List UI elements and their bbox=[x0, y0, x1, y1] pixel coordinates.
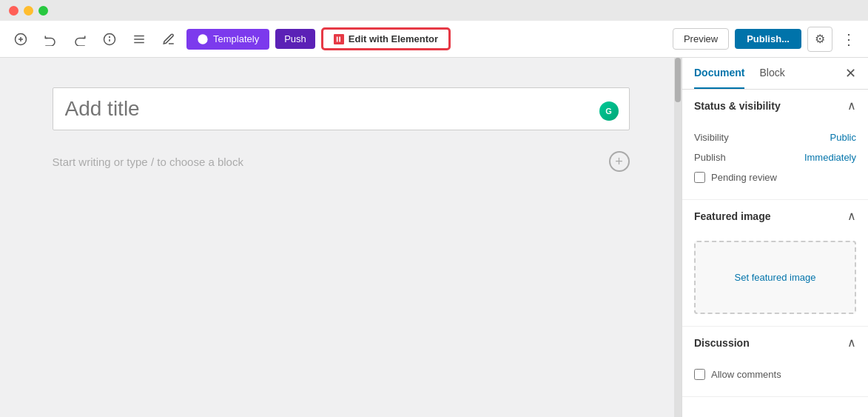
pending-review-checkbox[interactable] bbox=[694, 172, 705, 183]
pending-review-label[interactable]: Pending review bbox=[711, 172, 777, 183]
settings-button[interactable]: ⚙ bbox=[807, 27, 832, 52]
scrollbar-thumb[interactable] bbox=[675, 58, 681, 102]
sidebar-close-button[interactable]: ✕ bbox=[845, 65, 856, 81]
content-placeholder: Start writing or type / to choose a bloc… bbox=[53, 156, 243, 168]
info-button[interactable] bbox=[98, 27, 121, 51]
title-block: G bbox=[53, 87, 630, 130]
toolbar-left: Templately Push Edit with Elementor bbox=[9, 27, 667, 51]
section-discussion-header[interactable]: Discussion ∧ bbox=[682, 327, 868, 358]
push-button[interactable]: Push bbox=[275, 29, 315, 49]
gear-icon: ⚙ bbox=[815, 32, 825, 46]
section-status-visibility: Status & visibility ∧ Visibility Public … bbox=[682, 90, 868, 200]
pending-review-row: Pending review bbox=[694, 167, 856, 187]
section-featured-body: Set featured image bbox=[682, 232, 868, 326]
section-status-header[interactable]: Status & visibility ∧ bbox=[682, 90, 868, 121]
allow-comments-label[interactable]: Allow comments bbox=[711, 369, 781, 380]
grammarly-icon: G bbox=[599, 101, 619, 121]
editor-area: G Start writing or type / to choose a bl… bbox=[0, 58, 682, 417]
edit-elementor-button[interactable]: Edit with Elementor bbox=[321, 27, 451, 50]
sidebar-tabs: Document Block ✕ bbox=[682, 58, 868, 90]
close-button[interactable] bbox=[9, 6, 18, 16]
list-view-button[interactable] bbox=[127, 27, 151, 51]
add-block-button[interactable]: + bbox=[609, 151, 630, 172]
svg-rect-10 bbox=[334, 34, 344, 44]
chevron-up-icon-discussion: ∧ bbox=[847, 336, 856, 350]
chevron-up-icon: ∧ bbox=[847, 99, 856, 113]
minimize-button[interactable] bbox=[24, 6, 33, 16]
content-block: Start writing or type / to choose a bloc… bbox=[53, 148, 630, 175]
section-discussion-body: Allow comments bbox=[682, 358, 868, 396]
publish-button[interactable]: Publish... bbox=[735, 29, 801, 49]
section-discussion: Discussion ∧ Allow comments bbox=[682, 327, 868, 397]
redo-button[interactable] bbox=[68, 27, 92, 51]
more-icon: ⋮ bbox=[841, 31, 856, 47]
sidebar: Document Block ✕ Status & visibility ∧ V… bbox=[682, 58, 868, 417]
section-status-body: Visibility Public Publish Immediately Pe… bbox=[682, 121, 868, 199]
add-post-button[interactable] bbox=[9, 27, 33, 51]
tab-block[interactable]: Block bbox=[759, 58, 784, 89]
edit-pen-button[interactable] bbox=[157, 27, 181, 51]
section-featured-header[interactable]: Featured image ∧ bbox=[682, 200, 868, 232]
title-bar bbox=[0, 0, 868, 21]
section-discussion-title: Discussion bbox=[694, 337, 750, 349]
allow-comments-checkbox[interactable] bbox=[694, 369, 705, 380]
visibility-row: Visibility Public bbox=[694, 127, 856, 147]
close-icon: ✕ bbox=[845, 66, 856, 81]
main-area: G Start writing or type / to choose a bl… bbox=[0, 58, 868, 417]
section-status-title: Status & visibility bbox=[694, 100, 781, 112]
svg-point-9 bbox=[198, 34, 207, 44]
plus-icon: + bbox=[615, 155, 623, 168]
maximize-button[interactable] bbox=[38, 6, 48, 16]
visibility-label: Visibility bbox=[694, 132, 729, 143]
allow-comments-row: Allow comments bbox=[694, 364, 856, 384]
undo-button[interactable] bbox=[38, 27, 62, 51]
templately-button[interactable]: Templately bbox=[186, 29, 269, 50]
publish-label: Publish bbox=[694, 152, 726, 163]
set-featured-image-button[interactable]: Set featured image bbox=[694, 241, 856, 314]
chevron-up-icon-featured: ∧ bbox=[847, 209, 856, 223]
publish-value[interactable]: Immediately bbox=[804, 152, 856, 163]
tab-document[interactable]: Document bbox=[694, 58, 744, 89]
visibility-value[interactable]: Public bbox=[830, 132, 856, 143]
section-featured-image: Featured image ∧ Set featured image bbox=[682, 200, 868, 327]
toolbar: Templately Push Edit with Elementor Prev… bbox=[0, 21, 868, 58]
preview-button[interactable]: Preview bbox=[673, 28, 729, 50]
post-title-input[interactable] bbox=[65, 97, 617, 121]
scrollbar-track[interactable] bbox=[674, 58, 682, 417]
section-featured-title: Featured image bbox=[694, 210, 770, 222]
more-options-button[interactable]: ⋮ bbox=[838, 27, 859, 51]
publish-row: Publish Immediately bbox=[694, 147, 856, 167]
toolbar-right: Preview Publish... ⚙ ⋮ bbox=[673, 27, 859, 52]
